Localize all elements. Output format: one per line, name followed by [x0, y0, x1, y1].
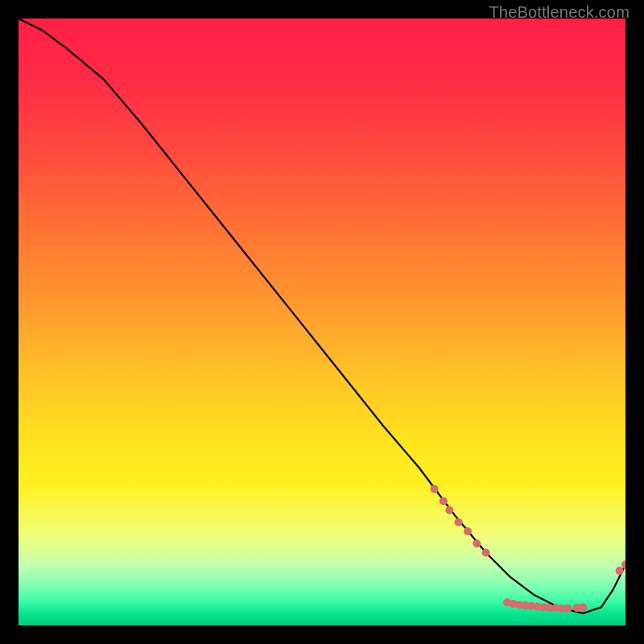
marker-dot — [473, 539, 481, 547]
marker-dot — [616, 567, 624, 575]
marker-dot — [564, 605, 572, 613]
marker-dot — [431, 485, 439, 493]
marker-dot — [445, 506, 453, 514]
marker-dot — [621, 561, 625, 569]
marker-dot — [440, 497, 448, 505]
plot-area — [19, 19, 625, 625]
marker-dot — [455, 518, 463, 526]
marker-dot — [579, 603, 587, 611]
marker-dot — [464, 527, 472, 535]
highlight-markers — [431, 485, 626, 613]
marker-dot — [482, 549, 490, 557]
chart-stage: TheBottleneck.com — [0, 0, 644, 644]
curve-layer — [19, 19, 625, 625]
bottleneck-curve — [19, 19, 625, 613]
